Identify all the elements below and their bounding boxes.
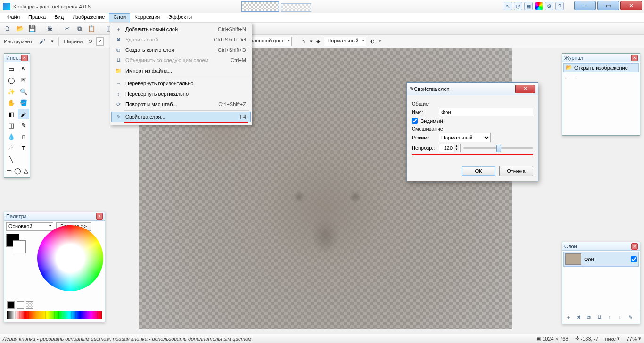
color-icon[interactable] [535, 2, 543, 10]
alpha-icon[interactable]: ◐ [370, 38, 375, 44]
menu-merge-down[interactable]: ⇊Объединить со следующим слоемCtrl+M [111, 55, 251, 65]
primary-secondary-swatch[interactable] [6, 234, 27, 254]
menu-add-layer[interactable]: ＋Добавить новый слойCtrl+Shift+N [111, 24, 251, 34]
paste-icon[interactable]: 📋 [87, 24, 96, 33]
brush-icon[interactable]: 🖌 [38, 37, 47, 46]
rect-select-tool[interactable]: ▭ [6, 64, 17, 74]
zoom-tool[interactable]: 🔍 [18, 86, 29, 97]
move-down-icon[interactable]: ↓ [616, 313, 624, 321]
open-icon[interactable]: 📂 [15, 24, 25, 33]
antialias-icon[interactable]: ◆ [316, 38, 320, 44]
recolor-tool[interactable]: ☄ [6, 143, 17, 153]
pencil-tool[interactable]: ✎ [18, 120, 29, 131]
lasso-tool[interactable]: ◯ [6, 75, 17, 85]
color-mode-dropdown[interactable]: Основной [6, 222, 53, 231]
menu-effects[interactable]: Эффекты [164, 13, 196, 22]
slider-thumb[interactable] [496, 145, 501, 152]
pointer-icon[interactable]: ↖ [504, 2, 512, 10]
spin-down[interactable]: ▼ [454, 148, 459, 152]
menu-edit[interactable]: Правка [24, 13, 50, 22]
ellipse-shape-tool[interactable]: ◯ [14, 165, 22, 176]
menu-flip-horizontal[interactable]: ↔Перевернуть горизонтально [111, 78, 251, 89]
menu-adjustments[interactable]: Коррекция [130, 13, 164, 22]
menu-flip-vertical[interactable]: ↕Перевернуть вертикально [111, 89, 251, 99]
mode-select[interactable]: Нормальный [439, 133, 491, 142]
opacity-input[interactable] [439, 144, 454, 152]
cut-icon[interactable]: ✂ [62, 24, 72, 33]
close-button[interactable]: ✕ [620, 1, 642, 10]
pan-tool[interactable]: ✋ [6, 98, 17, 108]
doc-thumb[interactable] [281, 3, 311, 12]
gradient-tool[interactable]: ◧ [6, 109, 17, 119]
add-layer-icon[interactable]: ＋ [564, 313, 572, 321]
history-item[interactable]: 📂Открыть изображение [563, 63, 639, 72]
menu-import-file[interactable]: 📁Импорт из файла... [111, 65, 251, 76]
cancel-button[interactable]: Отмена [499, 166, 533, 176]
menu-rotate-zoom[interactable]: ⟳Поворот и масштаб...Ctrl+Shift+Z [111, 99, 251, 109]
maximize-button[interactable]: ▭ [597, 1, 619, 10]
new-icon[interactable]: 🗋 [3, 24, 12, 33]
swatch-icon[interactable] [7, 301, 15, 309]
visible-checkbox[interactable] [412, 118, 418, 124]
grid-icon[interactable]: ▦ [524, 2, 533, 10]
panel-header[interactable]: Палитра✕ [4, 212, 105, 220]
dialog-header[interactable]: ✎ Свойства слоя ✕ [407, 83, 538, 95]
delete-layer-icon[interactable]: ✖ [574, 313, 583, 321]
gear-icon[interactable]: ⚙ [545, 2, 553, 10]
menu-delete-layer[interactable]: ✖Удалить слойCtrl+Shift+Del [111, 34, 251, 45]
menu-layers[interactable]: Слои [109, 13, 130, 22]
move-up-icon[interactable]: ↑ [605, 313, 614, 321]
name-input[interactable] [439, 108, 533, 116]
opacity-slider[interactable] [463, 144, 533, 152]
width-minus[interactable]: ⊖ [88, 38, 92, 44]
help-icon[interactable]: ? [555, 2, 564, 10]
layer-visible-checkbox[interactable] [631, 256, 637, 262]
close-icon[interactable]: ✕ [631, 55, 638, 61]
menu-view[interactable]: Вид [50, 13, 68, 22]
panel-header[interactable]: Инст...✕ [4, 54, 30, 62]
line-tool[interactable]: ╲ [6, 154, 17, 164]
redo-icon[interactable]: → [572, 75, 578, 81]
curve-icon[interactable]: ∿ [302, 38, 306, 44]
spin-up[interactable]: ▲ [454, 144, 459, 148]
clock-icon[interactable]: ◷ [514, 2, 522, 10]
close-icon[interactable]: ✕ [96, 213, 103, 220]
move-sel-tool[interactable]: ↖ [18, 64, 29, 74]
menu-layer-properties[interactable]: ✎Свойства слоя...F4 [111, 112, 251, 122]
menu-file[interactable]: Файл [3, 13, 24, 22]
print-icon[interactable]: 🖶 [45, 24, 54, 33]
doc-thumb[interactable] [241, 1, 279, 12]
rect-shape-tool[interactable]: ▭ [6, 165, 13, 176]
minimize-button[interactable]: — [574, 1, 596, 10]
properties-icon[interactable]: ✎ [626, 313, 635, 321]
blend-dropdown[interactable]: Нормальный [324, 37, 366, 46]
color-wheel[interactable] [37, 225, 103, 291]
close-icon[interactable]: ✕ [631, 243, 638, 250]
status-zoom[interactable]: 77% ▾ [627, 335, 641, 342]
close-icon[interactable]: ✕ [21, 55, 28, 61]
move-pixels-tool[interactable]: ⇱ [18, 75, 29, 85]
fill-tool[interactable]: 🪣 [18, 98, 29, 108]
menu-image[interactable]: Изображение [68, 13, 109, 22]
secondary-color[interactable] [13, 240, 26, 253]
copy-icon[interactable]: ⧉ [74, 24, 84, 33]
swatch-icon[interactable] [26, 301, 33, 309]
undo-icon[interactable]: ← [564, 75, 570, 81]
swatch-icon[interactable] [17, 301, 24, 309]
ok-button[interactable]: ОК [462, 166, 495, 176]
opacity-spinner[interactable]: ▲▼ [439, 144, 461, 152]
width-field[interactable]: 2 [96, 37, 104, 46]
freeform-shape-tool[interactable]: △ [23, 165, 30, 176]
clone-tool[interactable]: ⎍ [18, 131, 29, 142]
panel-header[interactable]: Слои✕ [562, 242, 640, 251]
duplicate-layer-icon[interactable]: ⧉ [585, 313, 593, 321]
wheel-cursor[interactable] [68, 256, 72, 260]
wand-tool[interactable]: ✨ [6, 86, 17, 97]
palette-strip[interactable] [7, 311, 102, 319]
merge-layer-icon[interactable]: ⇊ [595, 313, 603, 321]
status-units[interactable]: пикс ▾ [605, 335, 620, 342]
brush-tool[interactable]: 🖌 [18, 109, 29, 119]
eraser-tool[interactable]: ◫ [6, 120, 17, 131]
panel-header[interactable]: Журнал✕ [562, 54, 640, 62]
picker-tool[interactable]: 💧 [6, 131, 17, 142]
